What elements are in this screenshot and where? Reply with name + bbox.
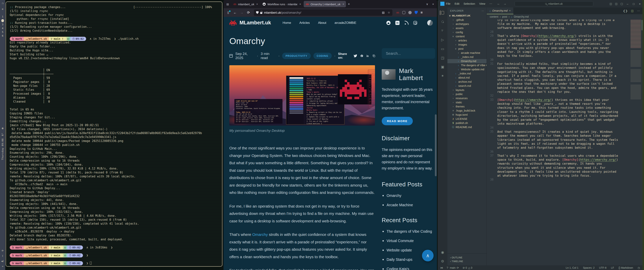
tree-item-archive-md[interactable]: ↓archive.md [448, 80, 486, 84]
editor-forward-button[interactable]: → [504, 2, 506, 6]
tab-close-icon[interactable]: × [509, 9, 510, 12]
tree-item-website-update-md[interactable]: ↓Website update.md [448, 67, 486, 71]
tree-item--index-md[interactable]: ↓_index.md [448, 71, 486, 76]
tree-item-readme-md[interactable]: ⓘREADME.md [448, 125, 486, 129]
workspace-5[interactable]: 5 [2, 31, 3, 33]
menu-button[interactable]: ≡ [421, 11, 423, 15]
open-changes-icon[interactable]: ❮❯ [623, 9, 628, 13]
password-manager-icon[interactable]: 2 [415, 11, 418, 14]
nav-link-articles[interactable]: Articles [299, 21, 310, 25]
kubernetes-icon[interactable]: ✶ [440, 73, 445, 78]
inline-link[interactable]: Omarchy [252, 232, 268, 237]
github-icon[interactable] [386, 21, 390, 25]
tab-close-icon[interactable]: × [299, 3, 301, 6]
tab-omarchy-md[interactable]: ↓ Omarchy.md × [487, 8, 513, 14]
remote-indicator[interactable]: ⋈ [440, 266, 443, 269]
menu-edit[interactable]: Edit [454, 2, 460, 6]
tree-item-themes[interactable]: ›themes [448, 104, 486, 108]
nav-link-about[interactable]: About [318, 21, 326, 25]
workspace-3[interactable]: 3 [2, 23, 3, 26]
containers-icon[interactable]: ▣ [440, 65, 445, 69]
minimap[interactable] [630, 20, 641, 108]
recent-post-link[interactable]: Virtual Commute [382, 239, 435, 243]
tag-coding[interactable]: CODING [314, 53, 332, 59]
browser-tab[interactable]: mlambert_uk× [231, 1, 260, 7]
extension-invader-icon[interactable] [396, 12, 399, 14]
run-debug-icon[interactable]: ▷ [440, 38, 445, 42]
editor-scrollbar[interactable] [642, 20, 642, 30]
outline-section[interactable]: › OUTLINE [450, 256, 484, 259]
tree-item-layouts[interactable]: ›layouts [448, 88, 486, 92]
command-search[interactable]: mlambert.uk [515, 1, 593, 6]
linkedin-share-icon[interactable] [366, 54, 369, 58]
refresh-icon[interactable]: ⟳ [2, 249, 4, 252]
twitter-share-icon[interactable] [354, 54, 357, 58]
customize-layout-icon[interactable]: ▢ [620, 2, 623, 5]
tree-item-public[interactable]: ›public [448, 92, 486, 96]
volume-icon[interactable]: ◀) [1, 260, 4, 262]
split-editor-icon[interactable]: ◫ [631, 9, 634, 13]
back-button[interactable]: ← [232, 11, 238, 15]
tree-item-resources[interactable]: ›resources [448, 96, 486, 100]
search-icon[interactable] [440, 20, 445, 24]
terminal-window[interactable]: :: Processing package changes...[-------… [6, 2, 222, 267]
copy-share-icon[interactable] [372, 54, 375, 58]
tree-item-archetypes[interactable]: ›archetypes [448, 22, 486, 26]
extensions-icon[interactable]: ◳ [440, 56, 445, 60]
recent-post-link[interactable]: Coding Kata's [382, 267, 435, 270]
source-control-icon[interactable] [440, 29, 445, 33]
tree-item-images[interactable]: ›images [448, 43, 486, 47]
window-icon[interactable]: ❒ [2, 2, 3, 5]
remote-explorer-icon[interactable]: ▭ [440, 47, 445, 51]
tree-item-omarchy-md[interactable]: ↓Omarchy.md [448, 59, 486, 63]
toggle-sidebar-icon[interactable]: ◫ [615, 2, 618, 5]
menu-view[interactable]: View [479, 2, 485, 6]
workspace-6[interactable]: 6 [2, 35, 3, 37]
tag-productivity[interactable]: PRODUCTIVITY [282, 53, 310, 59]
bluetooth-icon[interactable]: ᛒ [2, 255, 3, 257]
tree-item-static[interactable]: ›static [448, 100, 486, 104]
facebook-share-icon[interactable] [360, 54, 363, 58]
linkedin-icon[interactable]: in [396, 21, 400, 25]
explorer-more-icon[interactable]: ⋯ [482, 9, 484, 12]
workspace-2[interactable]: 2 [1, 19, 4, 22]
scroll-to-top-button[interactable]: ∧ [422, 250, 434, 261]
settings-gear-icon[interactable]: ⚙ [440, 259, 445, 263]
eye-icon[interactable]: ⊙ [2, 8, 3, 11]
editor[interactable]: try to force advertising down my throat … [487, 19, 642, 265]
tree-item--github[interactable]: ›.github [448, 18, 486, 22]
workspace-4[interactable]: 4 [2, 27, 3, 30]
maximize-button[interactable]: □ [633, 2, 634, 6]
nav-link-home[interactable]: Home [283, 21, 291, 25]
close-button[interactable]: × [639, 2, 641, 6]
minimize-button[interactable]: – [627, 2, 628, 6]
url-bar[interactable]: mlambert.uk/post/omarchy/ ▤ ☆ [254, 9, 392, 16]
search-input[interactable]: Search... [382, 48, 435, 59]
tree-item-the-dangers-of-vibe-coding-md[interactable]: ↓The dangers of Vibe Coding.md [448, 63, 486, 67]
tree-item-post[interactable]: ∨post [448, 47, 486, 51]
encoding-status[interactable]: UTF-8 [599, 266, 606, 269]
language-mode[interactable]: {} Markdown [618, 266, 633, 269]
tracking-shield-icon[interactable] [256, 11, 258, 14]
tree-item-search-md[interactable]: ↓search.md [448, 84, 486, 88]
nav-link-arcadezombie[interactable]: arcadeZOMBiE [334, 21, 356, 25]
read-more-button[interactable]: READ MORE [382, 117, 413, 125]
tree-item-about-md[interactable]: ↓about.md [448, 76, 486, 80]
tab-list-icon[interactable]: ▤ [225, 3, 230, 6]
notifications-bell-icon[interactable]: ◷ [638, 266, 640, 269]
tab-close-icon[interactable]: × [256, 3, 258, 6]
account-icon[interactable]: ◉ [440, 250, 445, 254]
timeline-section[interactable]: › TIMELINE [450, 260, 484, 263]
extension-tabby-icon[interactable] [408, 11, 412, 14]
tab-close-icon[interactable]: × [342, 3, 344, 6]
tree-item-publish-sh[interactable]: $publish.sh [448, 121, 486, 125]
breadcrumb[interactable]: content› post› ↓ Omarchy.md [487, 14, 642, 19]
menu-file[interactable]: File [446, 2, 450, 6]
tree-item-license[interactable]: ⚷LICENSE [448, 117, 486, 121]
workspace-1[interactable]: 1 [2, 15, 3, 18]
keyboard-icon[interactable]: ⌨ [2, 265, 3, 268]
featured-post-link[interactable]: Arcade Machine [382, 203, 435, 207]
bookmark-star-icon[interactable]: ☆ [388, 11, 390, 14]
featured-post-link[interactable]: Omarchy [382, 194, 435, 198]
browser-tab[interactable]: Omarchy | mlambert_uk× [304, 1, 346, 7]
